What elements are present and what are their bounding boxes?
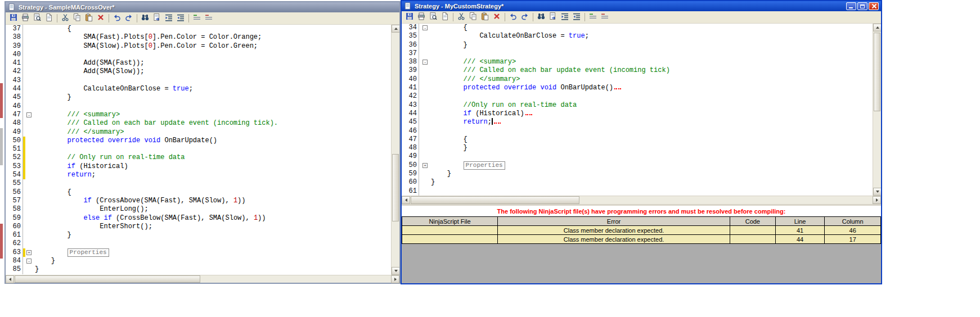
error-row[interactable]: Class member declaration expected.4146 — [402, 226, 881, 235]
code-text[interactable]: } — [429, 144, 467, 152]
title-bar[interactable]: Strategy - MyCustomStrategy* — [402, 1, 881, 11]
line-number[interactable]: 60 — [402, 178, 419, 187]
code-text[interactable]: CalculateOnBarClose = true; — [429, 32, 589, 40]
code-text[interactable]: /// Called on each bar update event (inc… — [429, 66, 670, 75]
code-text[interactable] — [33, 179, 35, 188]
line-number[interactable]: 55 — [6, 179, 23, 188]
line-number[interactable]: 47 — [6, 111, 23, 119]
outdent-button[interactable] — [175, 13, 186, 24]
vertical-scrollbar[interactable] — [391, 25, 399, 275]
scroll-up-button[interactable] — [873, 24, 881, 31]
fold-collapse-marker[interactable]: - — [422, 25, 428, 30]
line-number[interactable]: 34 — [402, 24, 419, 32]
scrollbar-thumb[interactable] — [15, 275, 200, 283]
line-number[interactable]: 84 — [6, 257, 23, 265]
code-text[interactable]: if (Historical) — [429, 110, 532, 118]
code-text[interactable]: /// <summary> — [429, 58, 516, 66]
line-number[interactable]: 49 — [6, 128, 23, 137]
column-header-file[interactable]: NinjaScript File — [402, 217, 498, 226]
scroll-right-button[interactable] — [873, 196, 881, 204]
line-number[interactable]: 39 — [6, 42, 23, 51]
code-text[interactable]: Properties — [33, 248, 109, 257]
code-text[interactable] — [33, 51, 35, 59]
indent-button[interactable] — [163, 13, 174, 24]
line-number[interactable]: 38 — [6, 33, 23, 42]
minimize-button[interactable] — [846, 2, 856, 10]
line-number[interactable]: 51 — [6, 145, 23, 153]
code-text[interactable]: if (Historical) — [33, 162, 128, 171]
error-row[interactable]: Class member declaration expected.4417 — [402, 235, 881, 244]
code-text[interactable] — [33, 76, 35, 85]
line-number[interactable]: 53 — [6, 162, 23, 171]
redo-button[interactable] — [519, 12, 531, 22]
code-text[interactable] — [33, 239, 35, 248]
code-editor[interactable]: 34- {35 CalculateOnBarClose = true;36 }3… — [402, 24, 881, 196]
line-number[interactable]: 45 — [402, 118, 419, 126]
line-number[interactable]: 38 — [402, 58, 419, 66]
line-number[interactable]: 45 — [6, 93, 23, 102]
line-number[interactable]: 60 — [6, 223, 23, 231]
line-number[interactable]: 85 — [6, 265, 23, 274]
scroll-left-button[interactable] — [402, 196, 410, 204]
indent-button[interactable] — [559, 12, 570, 22]
goto-line-button[interactable] — [151, 13, 163, 24]
line-number[interactable]: 50 — [6, 137, 23, 145]
save-button[interactable] — [404, 12, 415, 22]
scroll-left-button[interactable] — [6, 275, 14, 283]
code-text[interactable]: EnterLong(); — [33, 205, 149, 214]
scrollbar-thumb[interactable] — [392, 154, 399, 221]
goto-line-button[interactable] — [547, 12, 559, 22]
line-number[interactable]: 52 — [6, 153, 23, 162]
code-text[interactable]: SMA(Slow).Plots[0].Pen.Color = Color.Gre… — [33, 42, 258, 51]
fold-collapse-marker[interactable]: - — [422, 60, 428, 65]
horizontal-scrollbar[interactable] — [6, 275, 399, 283]
code-text[interactable] — [429, 92, 431, 101]
line-number[interactable]: 40 — [6, 51, 23, 59]
print-preview-button[interactable] — [428, 12, 439, 22]
scrollbar-thumb[interactable] — [874, 33, 880, 111]
code-text[interactable]: // Only run on real-time data — [33, 153, 185, 162]
outdent-button[interactable] — [571, 12, 582, 22]
line-number[interactable]: 37 — [402, 49, 419, 58]
line-number[interactable]: 41 — [6, 59, 23, 67]
print-button[interactable] — [416, 12, 427, 22]
maximize-button[interactable] — [857, 2, 867, 10]
code-text[interactable]: return; — [33, 171, 96, 179]
comment-button[interactable] — [191, 13, 203, 24]
collapsed-region-box[interactable]: Properties — [68, 248, 109, 257]
code-text[interactable]: CalculateOnBarClose = true; — [33, 85, 193, 93]
uncomment-button[interactable] — [599, 12, 610, 22]
code-text[interactable]: EnterShort(); — [33, 223, 152, 231]
undo-button[interactable] — [507, 12, 519, 22]
code-text[interactable]: { — [33, 188, 71, 197]
code-text[interactable]: Add(SMA(Slow)); — [33, 67, 144, 76]
print-button[interactable] — [20, 13, 31, 24]
code-text[interactable]: { — [429, 24, 467, 32]
code-text[interactable] — [429, 127, 431, 135]
horizontal-scrollbar[interactable] — [402, 196, 881, 204]
uncomment-button[interactable] — [203, 13, 214, 24]
code-text[interactable] — [429, 187, 431, 196]
line-number[interactable]: 41 — [402, 84, 419, 92]
line-number[interactable]: 46 — [6, 102, 23, 111]
code-text[interactable]: protected override void OnBarUpdate() — [33, 137, 217, 145]
fold-expand-marker[interactable]: + — [26, 250, 32, 255]
paste-button[interactable] — [83, 13, 95, 24]
save-button[interactable] — [8, 13, 19, 24]
code-text[interactable]: } — [33, 93, 71, 102]
vertical-scrollbar[interactable] — [873, 24, 881, 196]
line-number[interactable]: 62 — [6, 239, 23, 248]
code-text[interactable]: { — [33, 25, 71, 33]
line-number[interactable]: 49 — [402, 152, 419, 161]
line-number[interactable]: 36 — [402, 41, 419, 49]
column-header-code[interactable]: Code — [730, 217, 775, 226]
code-text[interactable]: //Only run on real-time data — [429, 101, 577, 110]
code-text[interactable]: } — [33, 265, 39, 274]
code-text[interactable]: } — [33, 257, 55, 265]
fold-collapse-marker[interactable]: - — [26, 259, 32, 264]
scroll-down-button[interactable] — [392, 267, 399, 275]
page-find-button[interactable] — [43, 13, 55, 24]
code-text[interactable]: /// <summary> — [33, 111, 120, 119]
line-number[interactable]: 63 — [6, 248, 23, 257]
line-number[interactable]: 48 — [402, 144, 419, 152]
